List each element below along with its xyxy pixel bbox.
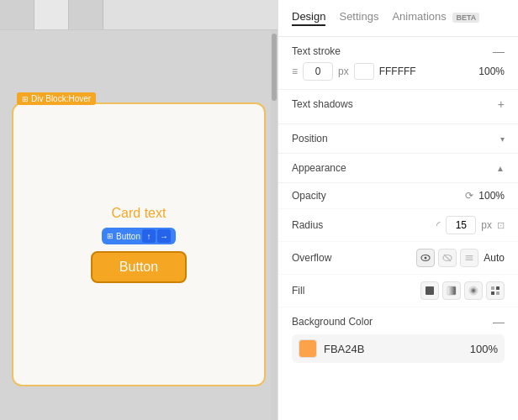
overflow-value: Auto xyxy=(484,252,505,264)
fill-label: Fill xyxy=(292,285,342,297)
opacity-label: Opacity xyxy=(292,190,342,202)
block-hover-label[interactable]: Div Block:Hover xyxy=(17,92,96,105)
text-stroke-opacity: 100% xyxy=(478,66,505,77)
opacity-spinner-icon: ⟳ xyxy=(465,190,473,202)
bg-color-header: Background Color — xyxy=(292,316,505,328)
card-container[interactable]: Card text Button ↑ → Button xyxy=(12,102,266,386)
text-stroke-value[interactable] xyxy=(303,62,333,81)
svg-rect-6 xyxy=(466,260,473,260)
text-stroke-section: Text stroke — ≡ px FFFFFF 100% xyxy=(278,37,518,90)
radius-row: Radius ◜ px ⊡ xyxy=(278,209,518,242)
bg-color-hex: FBA24B xyxy=(324,343,463,355)
fill-mesh-btn[interactable] xyxy=(486,281,505,300)
svg-rect-12 xyxy=(491,291,494,295)
text-stroke-header: Text stroke — xyxy=(292,45,505,57)
appearance-rows: Opacity ⟳ 100% Radius ◜ px ⊡ Overflow xyxy=(278,183,518,307)
text-shadows-header: Text shadows + xyxy=(292,98,505,110)
main-button[interactable]: Button xyxy=(91,251,187,283)
svg-rect-8 xyxy=(447,286,456,295)
radius-label: Radius xyxy=(292,219,342,231)
opacity-value-group: ⟳ 100% xyxy=(465,190,505,202)
text-shadows-add[interactable]: + xyxy=(498,98,505,110)
radius-unit: px xyxy=(481,219,492,231)
position-chevron: ▾ xyxy=(500,134,505,144)
overflow-label: Overflow xyxy=(292,252,342,264)
tab-design[interactable]: Design xyxy=(292,10,325,26)
text-stroke-row: ≡ px FFFFFF 100% xyxy=(292,62,505,81)
text-stroke-action[interactable]: — xyxy=(493,45,505,57)
overflow-visible-btn[interactable] xyxy=(416,249,435,267)
canvas-tab-2[interactable] xyxy=(34,0,69,29)
design-panel: Design Settings Animations BETA Text str… xyxy=(278,0,518,420)
opacity-row: Opacity ⟳ 100% xyxy=(278,183,518,209)
canvas-area: Div Block:Hover Card text Button ↑ → But… xyxy=(0,0,278,420)
overflow-value-group: Auto xyxy=(416,249,505,267)
radius-corner-icon[interactable]: ⊡ xyxy=(497,220,505,231)
bg-color-swatch[interactable] xyxy=(299,339,317,358)
button-control-label: Button xyxy=(107,232,140,241)
text-stroke-color-swatch[interactable] xyxy=(354,63,374,80)
text-shadows-section: Text shadows + xyxy=(278,90,518,124)
fill-icons-group xyxy=(420,281,505,300)
fill-solid-btn[interactable] xyxy=(420,281,439,300)
text-stroke-title: Text stroke xyxy=(292,45,341,57)
panel-tabs: Design Settings Animations BETA xyxy=(278,0,518,37)
bg-color-action[interactable]: — xyxy=(493,316,505,328)
appearance-chevron: ▲ xyxy=(496,164,505,173)
overflow-icons-group xyxy=(416,249,478,267)
svg-rect-10 xyxy=(491,286,494,290)
tab-settings[interactable]: Settings xyxy=(339,10,378,26)
hover-label-text: Div Block:Hover xyxy=(31,94,91,103)
svg-rect-11 xyxy=(496,286,500,290)
overflow-scroll-btn[interactable] xyxy=(460,249,478,267)
svg-point-9 xyxy=(469,286,478,295)
canvas-tab-3[interactable] xyxy=(69,0,103,29)
position-section[interactable]: Position ▾ xyxy=(278,124,518,154)
tab-animations[interactable]: Animations BETA xyxy=(392,10,479,26)
fill-row: Fill xyxy=(278,275,518,307)
beta-badge: BETA xyxy=(452,13,479,23)
overflow-hidden-btn[interactable] xyxy=(438,249,457,267)
bg-color-row[interactable]: FBA24B 100% xyxy=(292,334,505,363)
svg-rect-13 xyxy=(496,291,500,295)
position-title: Position xyxy=(292,133,328,144)
card-text: Card text xyxy=(112,206,166,221)
fill-gradient-radial-btn[interactable] xyxy=(464,281,483,300)
canvas-tab-1[interactable] xyxy=(0,0,34,29)
bg-opacity: 100% xyxy=(470,343,498,355)
button-arrow-up[interactable]: ↑ xyxy=(142,229,156,243)
canvas-toolbar xyxy=(0,0,278,30)
stroke-lines-icon: ≡ xyxy=(292,66,298,77)
background-color-section: Background Color — FBA24B 100% xyxy=(278,307,518,371)
svg-rect-7 xyxy=(426,286,434,295)
scrollbar-thumb xyxy=(272,34,277,101)
text-stroke-unit: px xyxy=(338,66,349,77)
fill-gradient-linear-btn[interactable] xyxy=(442,281,461,300)
canvas-scrollbar[interactable] xyxy=(271,30,278,420)
appearance-title: Appearance xyxy=(292,162,346,174)
opacity-value: 100% xyxy=(478,190,505,202)
radius-input[interactable] xyxy=(446,216,476,234)
bg-color-title: Background Color xyxy=(292,316,373,328)
text-shadows-title: Text shadows xyxy=(292,98,353,110)
radius-value-group: ◜ px ⊡ xyxy=(436,216,505,234)
svg-rect-5 xyxy=(466,257,473,258)
svg-rect-4 xyxy=(466,255,473,256)
appearance-section-header[interactable]: Appearance ▲ xyxy=(278,154,518,183)
overflow-row: Overflow xyxy=(278,242,518,275)
radius-icon: ◜ xyxy=(436,219,441,231)
canvas-content: Div Block:Hover Card text Button ↑ → But… xyxy=(0,30,278,420)
button-controls-bar: Button ↑ → xyxy=(102,228,176,244)
svg-point-1 xyxy=(425,257,427,260)
text-stroke-hex: FFFFFF xyxy=(379,66,474,77)
button-arrow-right[interactable]: → xyxy=(157,229,171,243)
